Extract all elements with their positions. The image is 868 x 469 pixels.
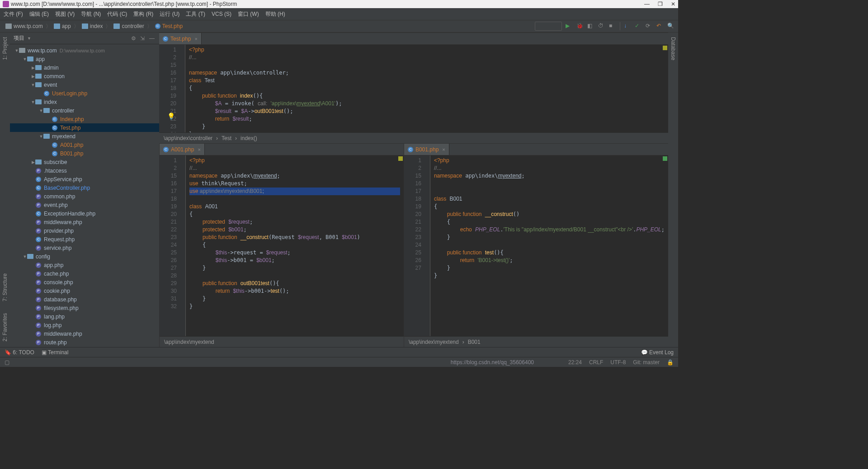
watermark-text: https://blog.csdn.net/qq_35606400 bbox=[451, 359, 534, 366]
coverage-icon[interactable]: ◧ bbox=[587, 23, 594, 30]
maximize-icon[interactable]: ❐ bbox=[658, 1, 663, 7]
menu-item[interactable]: VCS (S) bbox=[212, 11, 231, 17]
run-config-select[interactable] bbox=[535, 22, 562, 31]
tree-node[interactable]: Pcache.php bbox=[10, 269, 159, 278]
tree-node[interactable]: CTest.php bbox=[10, 123, 159, 132]
menu-item[interactable]: 窗口 (W) bbox=[238, 10, 259, 18]
tree-node[interactable]: Plog.php bbox=[10, 321, 159, 329]
close-icon[interactable]: ✕ bbox=[671, 1, 675, 7]
tree-node[interactable]: Pevent.php bbox=[10, 201, 159, 209]
tree-node[interactable]: Pmiddleware.php bbox=[10, 218, 159, 226]
todo-tool-tab[interactable]: 🔖 6: TODO bbox=[5, 349, 34, 356]
tree-node[interactable]: Pcommon.php bbox=[10, 192, 159, 201]
editor-tabs-top: CTest.php× bbox=[159, 33, 668, 45]
debug-icon[interactable]: 🐞 bbox=[576, 23, 584, 30]
tree-node[interactable]: ▶subscribe bbox=[10, 158, 159, 166]
tree-node[interactable]: CAppService.php bbox=[10, 175, 159, 183]
code-top[interactable]: <?php //... namespace app\index\controll… bbox=[185, 45, 668, 132]
collapse-icon[interactable]: ⇲ bbox=[140, 35, 146, 42]
breadcrumb-item[interactable]: controller bbox=[112, 22, 146, 30]
tree-node[interactable]: ▼controller bbox=[10, 106, 159, 115]
tree-node[interactable]: CA001.php bbox=[10, 141, 159, 149]
tree-node[interactable]: ▼index bbox=[10, 98, 159, 106]
menu-item[interactable]: 编辑 (E) bbox=[29, 10, 49, 18]
tree-node[interactable]: CRequest.php bbox=[10, 235, 159, 244]
minimize-icon[interactable]: — bbox=[644, 1, 650, 7]
gear-icon[interactable]: ⚙ bbox=[131, 35, 137, 42]
menu-item[interactable]: 重构 (R) bbox=[133, 10, 153, 18]
code-bl[interactable]: <?php //... namespace app\index\myextend… bbox=[186, 155, 404, 336]
tree-node[interactable]: CUserLogin.php bbox=[10, 89, 159, 98]
tree-node[interactable]: Pservice.php bbox=[10, 244, 159, 252]
tree-node[interactable]: P.htaccess bbox=[10, 166, 159, 175]
menu-item[interactable]: 代码 (C) bbox=[107, 10, 127, 18]
tree-node[interactable]: Pconsole.php bbox=[10, 278, 159, 286]
menu-item[interactable]: 工具 (T) bbox=[186, 10, 205, 18]
breadcrumb-item[interactable]: CTest.php bbox=[153, 22, 184, 30]
event-log-button[interactable]: 💬 Event Log bbox=[641, 349, 674, 356]
terminal-tool-tab[interactable]: ▣ Terminal bbox=[42, 349, 68, 356]
tree-node[interactable]: Pprovider.php bbox=[10, 226, 159, 235]
inspection-marker[interactable] bbox=[663, 46, 667, 50]
breadcrumb-item[interactable]: app bbox=[52, 22, 73, 30]
close-tab-icon[interactable]: × bbox=[198, 147, 200, 152]
inspection-marker[interactable] bbox=[398, 156, 403, 161]
menu-item[interactable]: 导航 (N) bbox=[81, 10, 101, 18]
editor-breadcrumb-br[interactable]: \app\index\myextend›B001 bbox=[404, 336, 668, 347]
structure-tool-tab[interactable]: 7: Structure bbox=[2, 272, 8, 303]
search-icon[interactable]: 🔍 bbox=[667, 23, 675, 30]
tree-node[interactable]: Pdatabase.php bbox=[10, 295, 159, 304]
intention-bulb-icon[interactable]: 💡 bbox=[167, 113, 175, 120]
tree-node[interactable]: ▼event bbox=[10, 80, 159, 89]
favorites-tool-tab[interactable]: 2: Favorites bbox=[2, 311, 8, 343]
tree-node[interactable]: ▼myextend bbox=[10, 132, 159, 141]
tree-node[interactable]: Plang.php bbox=[10, 312, 159, 321]
tree-node[interactable]: ▼app bbox=[10, 55, 159, 63]
breadcrumb-item[interactable]: www.tp.com bbox=[4, 22, 45, 30]
inspection-marker[interactable] bbox=[663, 156, 667, 161]
tab-b001-php[interactable]: CB001.php× bbox=[404, 144, 449, 155]
menu-item[interactable]: 帮助 (H) bbox=[265, 10, 285, 18]
git-history-icon[interactable]: ⟳ bbox=[646, 23, 653, 30]
menu-item[interactable]: 视图 (V) bbox=[55, 10, 75, 18]
tree-node[interactable]: ▼config bbox=[10, 252, 159, 261]
tab-a001-php[interactable]: CA001.php× bbox=[160, 144, 205, 155]
tree-node[interactable]: Pmiddleware.php bbox=[10, 329, 159, 338]
tree-node[interactable]: ▶common bbox=[10, 72, 159, 80]
bottom-tool-bar: 🔖 6: TODO ▣ Terminal 💬 Event Log bbox=[0, 347, 678, 357]
tree-node[interactable]: CB001.php bbox=[10, 149, 159, 158]
encoding[interactable]: UTF-8 bbox=[610, 359, 626, 366]
tab-test-php[interactable]: CTest.php× bbox=[159, 33, 202, 44]
database-tool-tab[interactable]: Database bbox=[670, 35, 676, 62]
show-windows-icon[interactable]: ▢ bbox=[5, 359, 9, 366]
code-br[interactable]: <?php //... namespace app\index\myextend… bbox=[430, 155, 668, 336]
revert-icon[interactable]: ↶ bbox=[656, 23, 664, 30]
tree-node[interactable]: CExceptionHandle.php bbox=[10, 209, 159, 218]
tree-node[interactable]: ▶admin bbox=[10, 63, 159, 72]
run-icon[interactable]: ▶ bbox=[566, 23, 573, 30]
project-tool-tab[interactable]: 1: Project bbox=[2, 35, 8, 62]
tree-node[interactable]: Proute.php bbox=[10, 338, 159, 347]
profile-icon[interactable]: ⏱ bbox=[598, 23, 605, 30]
close-tab-icon[interactable]: × bbox=[194, 36, 197, 42]
editor-breadcrumb-bl[interactable]: \app\index\myextend bbox=[160, 336, 404, 347]
git-branch[interactable]: Git: master bbox=[633, 359, 660, 366]
project-tree[interactable]: ▼www.tp.comD:\www\www.tp.com▼app▶admin▶c… bbox=[10, 44, 159, 347]
tree-node[interactable]: Papp.php bbox=[10, 261, 159, 269]
breadcrumb-item[interactable]: index bbox=[80, 22, 105, 30]
menu-item[interactable]: 运行 (U) bbox=[160, 10, 179, 18]
menu-item[interactable]: 文件 (F) bbox=[4, 10, 23, 18]
tree-node[interactable]: Pcookie.php bbox=[10, 286, 159, 295]
tree-node[interactable]: ▼www.tp.comD:\www\www.tp.com bbox=[10, 46, 159, 55]
line-ending[interactable]: CRLF bbox=[589, 359, 603, 366]
lock-icon[interactable]: 🔒 bbox=[667, 359, 674, 366]
stop-icon[interactable]: ■ bbox=[609, 23, 616, 30]
tree-node[interactable]: Pfilesystem.php bbox=[10, 304, 159, 312]
hide-icon[interactable]: — bbox=[149, 35, 156, 42]
git-commit-icon[interactable]: ✓ bbox=[635, 23, 642, 30]
tree-node[interactable]: CBaseController.php bbox=[10, 183, 159, 192]
close-tab-icon[interactable]: × bbox=[442, 147, 445, 152]
editor-breadcrumb-top[interactable]: \app\index\controller›Test›index() bbox=[159, 132, 668, 143]
tree-node[interactable]: CIndex.php bbox=[10, 115, 159, 123]
git-update-icon[interactable]: ↓ bbox=[624, 23, 631, 30]
